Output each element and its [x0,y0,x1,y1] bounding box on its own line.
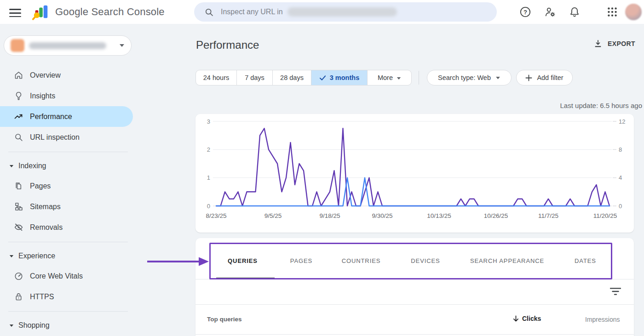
sidebar-item-insights[interactable]: Insights [0,85,133,106]
search-type-filter[interactable]: Search type: Web [427,70,512,85]
hamburger-menu-icon[interactable] [9,6,21,17]
sidebar-item-performance[interactable]: Performance [0,106,133,127]
svg-text:0: 0 [207,203,210,210]
svg-text:9/30/25: 9/30/25 [372,212,392,219]
sidebar-item-removals[interactable]: Removals [0,217,133,238]
svg-text:8: 8 [619,146,622,153]
property-selector[interactable] [4,35,132,56]
apps-grid-icon[interactable] [606,6,618,18]
speedometer-icon [14,271,23,281]
search-type-label: Search type: Web [438,74,491,81]
google-search-console-app: Google Search Console Inspect any URL in… [0,0,644,336]
svg-text:4: 4 [619,174,622,181]
lock-icon [14,292,23,302]
eye-off-icon [14,222,23,232]
search-placeholder: Inspect any URL in [221,8,283,16]
sidebar-nav: Overview Insights Performance URL inspec… [0,65,133,335]
divider [196,334,634,335]
add-filter-label: Add filter [537,74,563,81]
app-title: Google Search Console [55,6,165,18]
dimension-tabs: QUERIESPAGESCOUNTRIESDEVICESSEARCH APPEA… [209,243,612,279]
collapse-caret-icon [9,165,14,168]
date-filter-28-days[interactable]: 28 days [273,70,311,85]
svg-text:9/5/25: 9/5/25 [264,212,282,219]
svg-text:1: 1 [207,174,210,181]
user-settings-icon[interactable] [544,6,556,18]
dimensions-table-card: QUERIESPAGESCOUNTRIESDEVICESSEARCH APPEA… [196,238,634,336]
sidebar-divider [8,152,128,152]
svg-text:9/18/25: 9/18/25 [319,212,340,219]
filter-funnel-icon[interactable] [610,287,621,296]
collapse-caret-icon [9,324,14,327]
date-range-filter-group: 24 hours7 days28 days3 monthsMore [196,70,412,85]
svg-text:8/23/25: 8/23/25 [206,212,226,219]
chevron-down-icon [119,44,125,47]
chevron-down-icon [495,76,500,80]
sidebar-divider [8,242,128,242]
redacted-property-name [29,42,106,49]
sidebar-section-experience[interactable]: Experience [0,246,133,266]
sidebar-item-https[interactable]: HTTPS [0,286,133,307]
date-filter-more[interactable]: More [368,70,411,85]
gsc-logo [32,4,50,21]
help-icon[interactable]: ? [519,6,531,18]
sidebar-item-overview[interactable]: Overview [0,65,133,85]
topbar: Google Search Console Inspect any URL in… [0,0,644,24]
clicks-impressions-line-chart[interactable]: 0014283128/23/259/5/259/18/259/30/2510/1… [196,114,634,233]
tab-countries[interactable]: COUNTRIES [327,243,396,279]
redacted-property-name [288,7,397,17]
filter-divider [419,71,419,85]
svg-text:11/7/25: 11/7/25 [538,212,558,219]
tab-dates[interactable]: DATES [559,243,612,279]
date-filter-24-hours[interactable]: 24 hours [196,70,237,85]
sidebar-section-shopping[interactable]: Shopping [0,316,133,335]
table-toolbar-row [196,279,634,304]
chevron-down-icon [397,74,401,81]
svg-text:11/20/25: 11/20/25 [593,212,617,219]
export-button[interactable]: EXPORT [593,39,635,48]
svg-text:3: 3 [207,118,210,125]
home-icon [14,70,23,80]
trending-up-icon [14,112,23,121]
sidebar-divider [8,311,128,312]
url-inspect-search-input[interactable]: Inspect any URL in [194,2,497,22]
export-label: EXPORT [608,40,635,47]
search-icon [204,7,214,17]
sidebar-section-indexing[interactable]: Indexing [0,156,133,176]
date-filter-3-months[interactable]: 3 months [311,70,368,85]
page-title: Performance [196,39,259,51]
add-filter-button[interactable]: Add filter [516,70,573,85]
column-header-top-queries: Top queries [207,316,242,323]
column-header-clicks-sort[interactable]: Clicks [513,315,541,322]
tab-devices[interactable]: DEVICES [396,243,455,279]
check-icon [319,75,326,81]
property-favicon [11,39,24,52]
sitemap-icon [14,202,23,211]
column-header-impressions: Impressions [585,316,620,323]
svg-text:?: ? [523,9,527,16]
tab-search-appearance[interactable]: SEARCH APPEARANCE [455,243,559,279]
sort-arrow-down-icon [513,315,519,322]
table-header-row: Top queries Clicks Impressions [196,305,634,334]
last-update-text: Last update: 6.5 hours ago [560,102,642,109]
lightbulb-icon [14,91,23,101]
svg-text:10/26/25: 10/26/25 [484,212,508,219]
sidebar-item-pages[interactable]: Pages [0,176,133,196]
sidebar-item-core-web-vitals[interactable]: Core Web Vitals [0,266,133,286]
performance-chart-card: 0014283128/23/259/5/259/18/259/30/2510/1… [196,114,634,233]
svg-text:12: 12 [619,118,625,125]
search-icon [14,132,23,142]
collapse-caret-icon [9,255,14,258]
download-icon [593,39,603,48]
plus-icon [525,74,532,81]
sidebar-item-url-inspection[interactable]: URL inspection [0,127,133,148]
sidebar: Overview Insights Performance URL inspec… [0,24,133,336]
avatar[interactable] [625,4,642,20]
svg-text:0: 0 [619,203,622,210]
date-filter-7-days[interactable]: 7 days [237,70,273,85]
bell-icon[interactable] [569,6,581,18]
pages-icon [14,181,23,191]
tab-pages[interactable]: PAGES [276,243,327,279]
tab-queries[interactable]: QUERIES [209,243,276,279]
sidebar-item-sitemaps[interactable]: Sitemaps [0,196,133,217]
